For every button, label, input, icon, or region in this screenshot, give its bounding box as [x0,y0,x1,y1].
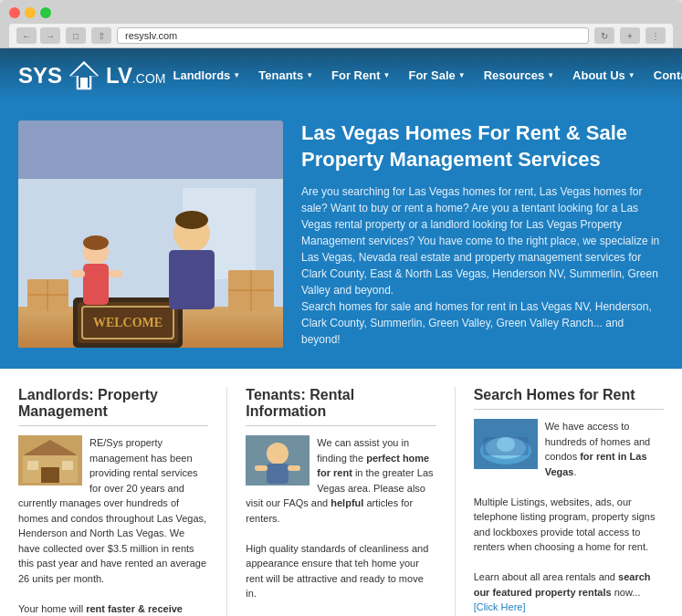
svg-rect-28 [41,467,59,483]
search-homes-body-1: We have access to hundreds of homes and … [545,421,651,477]
nav-about-us[interactable]: About Us ▼ [565,65,643,86]
browser-chrome: ← → □ ⇧ ↻ + ⋮ [0,0,682,48]
nav-for-rent[interactable]: For Rent ▼ [324,65,397,86]
svg-point-32 [267,443,289,465]
logo-text-lv: LV.COM [106,63,165,89]
landlords-column: Landlords: Property Management RE/Sys pr… [18,387,208,616]
hero-image: WELCOME [18,120,283,348]
svg-rect-29 [27,461,38,470]
search-homes-image [474,419,538,469]
hero-content: Las Vegas Homes For Rent & Sale Property… [301,120,664,348]
landlords-image [18,435,82,485]
tenants-column-content: We can assist you in finding the perfect… [246,435,435,616]
view-button[interactable]: □ [66,27,86,44]
nav-contact[interactable]: Contact [646,65,682,86]
nav-landlords[interactable]: Landlords ▼ [165,65,247,86]
close-button[interactable] [9,7,20,18]
website: SYS LV.COM Landlords ▼ Tenants ▼ For Ren… [0,48,682,616]
three-columns-section: Landlords: Property Management RE/Sys pr… [0,366,682,616]
nav-resources[interactable]: Resources ▼ [477,65,561,86]
tenants-dropdown-icon: ▼ [306,71,313,79]
add-tab-button[interactable]: + [620,27,640,44]
resources-dropdown-icon: ▼ [547,71,554,79]
hero-section: WELCOME [0,102,682,366]
logo-text-re: SYS [18,63,62,89]
back-button[interactable]: ← [16,27,37,44]
browser-window-controls [9,7,673,18]
minimize-button[interactable] [25,7,36,18]
share-button[interactable]: ⇧ [91,27,111,44]
search-homes-column-title: Search Homes for Rent [474,387,664,410]
maximize-button[interactable] [40,7,51,18]
more-button[interactable]: ⋮ [645,27,666,44]
nav-tenants[interactable]: Tenants ▼ [251,65,320,86]
tenants-column-title: Tenants: Rental Information [246,387,435,426]
svg-rect-13 [71,270,85,277]
logo[interactable]: SYS LV.COM [18,59,165,91]
svg-rect-12 [83,264,109,305]
tenants-body-2: High quality standards of cleanliness an… [246,543,428,600]
main-nav: Landlords ▼ Tenants ▼ For Rent ▼ For Sal… [165,65,682,86]
forward-button[interactable]: → [40,27,60,44]
hero-title: Las Vegas Homes For Rent & Sale Property… [301,120,664,172]
address-bar[interactable] [117,27,589,44]
svg-rect-30 [62,461,73,470]
about-us-dropdown-icon: ▼ [628,71,635,79]
hero-description-1: Are you searching for Las Vegas homes fo… [301,183,664,298]
svg-rect-35 [288,465,300,471]
svg-rect-14 [109,270,122,277]
svg-text:WELCOME: WELCOME [93,316,163,329]
landlords-column-content: RE/Sys property management has been prov… [18,435,208,616]
landlords-footer-text: Your home will rent faster & receive bet… [18,603,183,616]
hero-photo: WELCOME [18,120,283,348]
search-homes-body-2: Multiple Listings, websites, ads, our te… [474,496,656,553]
search-homes-column: Search Homes for Rent We have access to … [455,387,664,616]
svg-rect-33 [267,464,289,484]
browser-toolbar: ← → □ ⇧ ↻ + ⋮ [9,24,673,47]
for-sale-dropdown-icon: ▼ [458,71,466,79]
logo-icon [66,59,102,91]
landlords-column-title: Landlords: Property Management [18,387,208,426]
landlords-dropdown-icon: ▼ [233,71,240,79]
svg-rect-2 [80,78,88,88]
svg-point-15 [83,235,109,250]
search-homes-column-content: We have access to hundreds of homes and … [474,419,664,615]
search-homes-click-here[interactable]: [Click Here] [474,601,526,612]
site-header: SYS LV.COM Landlords ▼ Tenants ▼ For Ren… [0,48,682,102]
nav-for-sale[interactable]: For Sale ▼ [401,65,472,86]
svg-point-18 [175,211,208,229]
tenants-image [246,435,310,485]
tenants-column: Tenants: Rental Information We can assis… [226,387,435,616]
svg-point-40 [497,437,515,452]
nav-arrows: ← → [16,27,60,44]
refresh-button[interactable]: ↻ [594,27,614,44]
for-rent-dropdown-icon: ▼ [383,71,391,79]
hero-description-2: Search homes for sale and homes for rent… [301,298,664,348]
svg-rect-34 [255,465,268,471]
svg-rect-17 [169,250,215,309]
search-homes-body-3: Learn about all area rentals and search … [474,571,651,598]
